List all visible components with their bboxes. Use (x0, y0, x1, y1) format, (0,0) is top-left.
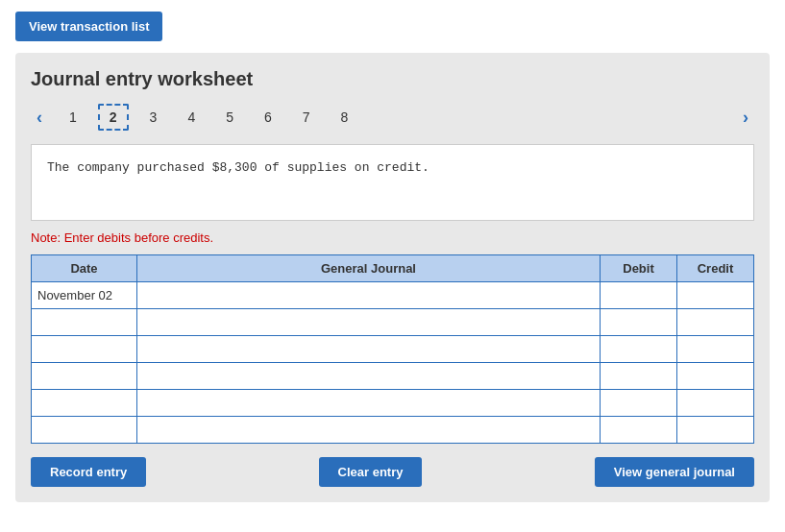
table-row (32, 363, 754, 390)
top-bar: View transaction list (0, 0, 785, 53)
journal-table: Date General Journal Debit Credit Novemb… (31, 254, 754, 444)
credit-cell-3[interactable] (677, 336, 754, 363)
page-8[interactable]: 8 (331, 106, 358, 129)
bottom-buttons: Record entry Clear entry View general jo… (31, 457, 754, 487)
credit-input-3[interactable] (677, 336, 753, 362)
credit-cell-5[interactable] (677, 390, 754, 417)
journal-input-5[interactable] (137, 390, 600, 416)
page-2-active[interactable]: 2 (98, 104, 129, 131)
table-row: November 02 (32, 282, 754, 309)
credit-input-1[interactable] (677, 282, 753, 308)
debit-input-3[interactable] (601, 336, 676, 362)
page-7[interactable]: 7 (293, 106, 320, 129)
journal-input-2[interactable] (137, 309, 600, 335)
debit-cell-6[interactable] (601, 417, 677, 444)
main-container: Journal entry worksheet ‹ 1 2 3 4 5 6 7 … (15, 53, 770, 502)
debit-input-1[interactable] (601, 282, 676, 308)
page-3[interactable]: 3 (140, 106, 167, 129)
page-4[interactable]: 4 (178, 106, 205, 129)
journal-cell-2[interactable] (137, 309, 601, 336)
debit-input-5[interactable] (601, 390, 676, 416)
next-page-button[interactable]: › (737, 106, 754, 130)
worksheet-title: Journal entry worksheet (31, 68, 754, 90)
credit-input-5[interactable] (677, 390, 753, 416)
journal-input-3[interactable] (137, 336, 600, 362)
credit-input-4[interactable] (677, 363, 753, 389)
note-text: Note: Enter debits before credits. (31, 230, 754, 245)
header-debit: Debit (601, 255, 677, 282)
debit-input-4[interactable] (601, 363, 676, 389)
page-1[interactable]: 1 (60, 106, 86, 129)
debit-cell-5[interactable] (601, 390, 677, 417)
prev-page-button[interactable]: ‹ (31, 106, 48, 130)
date-cell-6 (32, 417, 137, 444)
page-5[interactable]: 5 (216, 106, 243, 129)
credit-input-6[interactable] (677, 417, 753, 443)
credit-cell-2[interactable] (677, 309, 754, 336)
record-entry-button[interactable]: Record entry (31, 457, 146, 487)
date-cell-1: November 02 (32, 282, 137, 309)
date-cell-3 (32, 336, 137, 363)
view-general-journal-button[interactable]: View general journal (595, 457, 754, 487)
journal-input-6[interactable] (137, 417, 600, 443)
debit-input-2[interactable] (601, 309, 676, 335)
debit-input-6[interactable] (601, 417, 676, 443)
debit-cell-1[interactable] (601, 282, 677, 309)
table-row (32, 309, 754, 336)
journal-cell-3[interactable] (137, 336, 601, 363)
journal-cell-6[interactable] (137, 417, 601, 444)
description-box: The company purchased $8,300 of supplies… (31, 144, 754, 221)
clear-entry-button[interactable]: Clear entry (319, 457, 423, 487)
pagination: ‹ 1 2 3 4 5 6 7 8 › (31, 104, 754, 131)
date-cell-4 (32, 363, 137, 390)
journal-input-4[interactable] (137, 363, 600, 389)
table-row (32, 417, 754, 444)
date-cell-5 (32, 390, 137, 417)
journal-cell-1[interactable] (137, 282, 601, 309)
journal-cell-5[interactable] (137, 390, 601, 417)
debit-cell-4[interactable] (601, 363, 677, 390)
description-text: The company purchased $8,300 of supplies… (47, 160, 429, 175)
credit-cell-4[interactable] (677, 363, 754, 390)
credit-cell-6[interactable] (677, 417, 754, 444)
table-row (32, 336, 754, 363)
credit-cell-1[interactable] (677, 282, 754, 309)
view-transaction-button[interactable]: View transaction list (15, 12, 162, 41)
table-row (32, 390, 754, 417)
date-cell-2 (32, 309, 137, 336)
debit-cell-2[interactable] (601, 309, 677, 336)
page-6[interactable]: 6 (255, 106, 282, 129)
journal-input-1[interactable] (137, 282, 600, 308)
credit-input-2[interactable] (677, 309, 753, 335)
header-general-journal: General Journal (137, 255, 601, 282)
debit-cell-3[interactable] (601, 336, 677, 363)
header-credit: Credit (677, 255, 754, 282)
journal-cell-4[interactable] (137, 363, 601, 390)
header-date: Date (32, 255, 137, 282)
